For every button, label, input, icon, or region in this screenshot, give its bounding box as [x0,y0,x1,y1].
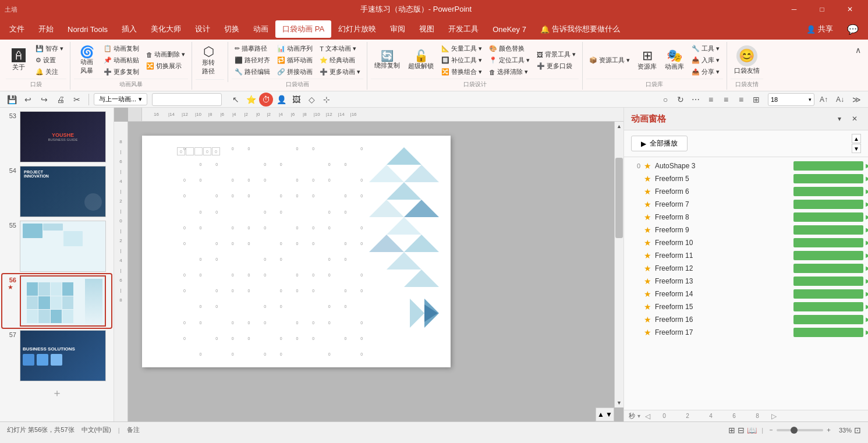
anim-row-4[interactable]: ★ Freeform 8 [624,211,868,224]
close-button[interactable]: ✕ [837,0,863,19]
menu-insert[interactable]: 插入 [115,20,144,38]
timeline-left-arrow[interactable]: ◁ [645,412,650,420]
timeline-dropdown-icon[interactable]: ▾ [637,413,640,419]
menu-help[interactable]: 🔔告诉我你想要做什么 [533,20,627,38]
tb-img-btn[interactable]: 🖼 [289,93,303,107]
menu-developer[interactable]: 开发工具 [441,20,486,38]
menu-file[interactable]: 文件 [2,20,31,38]
anim-row-5[interactable]: ★ Freeform 9 [624,224,868,236]
ribbon-btn-splice-anim[interactable]: 🔗拼接动画 [274,66,316,77]
tb-font-inc-btn[interactable]: A↑ [817,93,831,107]
maximize-button[interactable]: □ [809,0,835,19]
menu-start[interactable]: 开始 [31,20,61,38]
slide-thumb-57[interactable]: 57 ★ BUSINESS SOLUTIONS [2,329,111,382]
tb-grid-btn[interactable]: ⊞ [749,93,763,107]
ribbon-btn-wrap-copy[interactable]: 🔄 绕排复制 [371,48,403,72]
anim-row-7[interactable]: ★ Freeform 11 [624,249,868,262]
ribbon-collapse-button[interactable]: ∧ [852,44,865,56]
ribbon-btn-select-clear[interactable]: 🗑选择清除 ▾ [486,66,533,77]
ribbon-btn-tool[interactable]: 🔧工具 ▾ [689,43,722,54]
ribbon-btn-more-pocket[interactable]: ➕更多口袋 [534,61,579,72]
anim-scroll-up-btn[interactable]: ▲ [852,134,861,143]
ribbon-btn-settings[interactable]: ⚙设置 [33,55,66,66]
anim-row-13[interactable]: ★ Freeform 17 [624,326,868,339]
anim-play-button[interactable]: ▶ 全部播放 [631,136,688,151]
canvas-vscrollbar[interactable]: ▲ ▼ [614,122,623,407]
menu-onekey[interactable]: OneKey 7 [486,22,533,37]
ribbon-btn-locate-tool[interactable]: 📍定位工具 ▾ [486,55,533,66]
slide-thumb-55[interactable]: 55 ★ [2,219,111,273]
zoom-in-btn[interactable]: ＋ [826,426,832,434]
tb-align-btn[interactable]: ≡ [704,93,718,107]
anim-row-8[interactable]: ★ Freeform 12 [624,262,868,275]
ribbon-btn-color-replace[interactable]: 🎨颜色替换 [486,43,533,54]
timeline-right-arrow[interactable]: ▷ [771,412,777,420]
tb-shape-btn[interactable]: ◇ [304,93,318,107]
tb-circle-btn[interactable]: ○ [658,93,672,107]
menu-animation[interactable]: 动画 [246,20,275,38]
ribbon-btn-loop-anim[interactable]: 🔁循环动画 [274,55,316,66]
ribbon-btn-resource-tool[interactable]: 📦资源工具 ▾ [586,55,633,66]
font-size-input[interactable]: 18▾ [768,93,814,106]
ribbon-btn-animstorm[interactable]: 🌀 动画风暴 [74,44,100,77]
tb-more-btn[interactable]: ≫ [849,93,863,107]
tb-cursor-btn[interactable]: ↖ [229,93,243,107]
qa-redo-btn[interactable]: ↪ [37,93,51,107]
ribbon-btn-switch-show[interactable]: 🔀切换展示 [143,61,188,72]
zoom-slider-track[interactable] [777,429,823,431]
tb-align3-btn[interactable]: ≡ [734,93,748,107]
timing-value-input[interactable] [152,93,222,106]
ribbon-btn-more-copy[interactable]: ➕更多复制 [101,66,142,77]
ribbon-btn-anim-paste[interactable]: 📌动画粘贴 [101,55,142,66]
menu-beautify[interactable]: 美化大师 [144,20,188,38]
ribbon-btn-anim-delete[interactable]: 🗑动画删除 ▾ [143,49,188,60]
menu-slideshow[interactable]: 幻灯片放映 [331,20,383,38]
menu-share[interactable]: 👤共享 [799,20,840,38]
anim-row-0[interactable]: 0 ★ AutoShape 3 [624,160,868,172]
tb-clock-btn[interactable]: ⏱ [259,93,273,107]
anim-row-6[interactable]: ★ Freeform 10 [624,236,868,249]
anim-pane-close-btn[interactable]: ✕ [848,112,861,125]
vscroll-thumb[interactable] [615,158,623,238]
menu-pocket-animation[interactable]: 口袋动画 PA [275,20,331,38]
anim-row-11[interactable]: ★ Freeform 15 [624,300,868,313]
qa-save-btn[interactable]: 💾 [5,93,19,107]
slide-thumb-56[interactable]: 56 ★ [2,274,111,328]
ribbon-btn-vector-tool[interactable]: 📐矢量工具 ▾ [438,43,485,54]
menu-review[interactable]: 审阅 [383,20,412,38]
ribbon-btn-resource-lib[interactable]: ⊞ 资源库 [634,47,660,73]
view-reading-btn[interactable]: 📖 [747,426,757,435]
vscroll-up-btn[interactable]: ▲ [615,122,623,131]
ribbon-btn-anim-seq[interactable]: 📊动画序列 [274,43,316,54]
zoom-out-btn[interactable]: － [768,426,774,434]
prev-slide-btn[interactable]: ▲ [597,410,604,419]
slide-thumb-54[interactable]: 54 ★ PROJECTINNOVATION [2,165,111,218]
ribbon-btn-save[interactable]: 💾智存 ▾ [33,43,66,54]
tb-star-btn[interactable]: ⭐ [244,93,258,107]
qa-print-btn[interactable]: 🖨 [54,93,68,107]
ribbon-btn-text-anim[interactable]: T文本动画 ▾ [317,43,363,54]
tb-arrow-btn[interactable]: ↻ [674,93,688,107]
tb-cursor2-btn[interactable]: ⊹ [320,93,334,107]
view-slide-btn[interactable]: ⊟ [738,426,745,435]
anim-row-3[interactable]: ★ Freeform 7 [624,198,868,211]
tb-etc-btn[interactable]: ⋯ [689,93,703,107]
qa-undo-btn[interactable]: ↩ [21,93,35,107]
add-slide-button[interactable]: ＋ [2,384,111,402]
ribbon-btn-anim-copy[interactable]: 📋动画复制 [101,43,142,54]
slide-thumb-53[interactable]: 53 ★ YOUSHE BUSINESS GUIDE [2,110,111,164]
ribbon-btn-import[interactable]: 📥入库 ▾ [689,55,722,66]
qa-cut-btn[interactable]: ✂ [70,93,84,107]
tb-font-dec-btn[interactable]: A↓ [833,93,847,107]
next-slide-btn[interactable]: ▼ [605,410,612,419]
notes-btn[interactable]: 备注 [127,426,140,434]
ribbon-btn-bg-tool[interactable]: 🖼背景工具 ▾ [534,49,579,60]
tb-align2-btn[interactable]: ≡ [719,93,733,107]
minimize-button[interactable]: ─ [781,0,807,19]
ribbon-btn-path-align[interactable]: ⬛路径对齐 [232,55,273,66]
zoom-slider-thumb[interactable] [791,427,798,434]
ribbon-btn-anim-lib[interactable]: 🎭 动画库 [661,47,688,73]
ribbon-btn-more-anim[interactable]: ➕更多动画 ▾ [317,66,363,77]
ribbon-btn-fill-tool[interactable]: 🔲补位工具 ▾ [438,55,485,66]
animation-timing-dropdown[interactable]: 与上一动画... ▾ [94,93,147,105]
